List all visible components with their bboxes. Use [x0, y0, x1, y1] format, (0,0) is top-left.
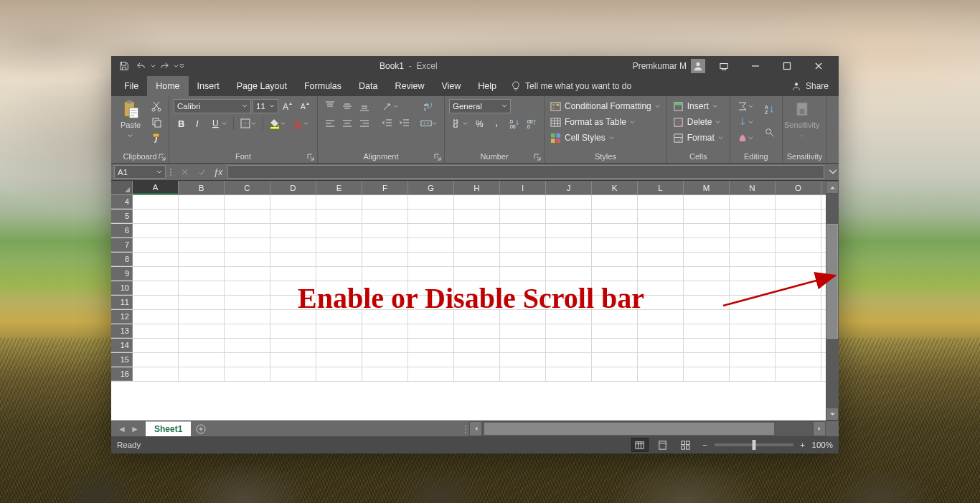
scroll-right-arrow[interactable] — [813, 421, 826, 436]
orientation-button[interactable] — [380, 99, 401, 113]
cell-J7[interactable] — [546, 238, 592, 252]
cell-D11[interactable] — [270, 296, 316, 309]
row-header-13[interactable]: 13 — [111, 324, 133, 338]
row-header-14[interactable]: 14 — [111, 339, 133, 352]
sheet-tab-active[interactable]: Sheet1 — [146, 421, 191, 436]
column-header-G[interactable]: G — [408, 181, 454, 194]
column-header-C[interactable]: C — [225, 181, 270, 194]
cell-B9[interactable] — [179, 267, 225, 281]
cell-E10[interactable] — [316, 281, 362, 295]
column-header-N[interactable]: N — [730, 181, 776, 194]
row-header-7[interactable]: 7 — [111, 238, 133, 252]
cell-N9[interactable] — [730, 267, 776, 281]
cell-A13[interactable] — [133, 324, 179, 338]
cell-M12[interactable] — [684, 310, 730, 324]
cell-J11[interactable] — [546, 296, 592, 309]
ribbon-display-options[interactable] — [708, 56, 740, 76]
cell-K14[interactable] — [592, 339, 638, 352]
cell-F6[interactable] — [362, 224, 408, 238]
zoom-level[interactable]: 100% — [812, 441, 833, 449]
tab-page-layout[interactable]: Page Layout — [228, 76, 296, 96]
hscroll-track[interactable] — [482, 421, 813, 436]
maximize-button[interactable] — [771, 56, 803, 76]
cell-E11[interactable] — [316, 296, 362, 309]
cell-O15[interactable] — [776, 353, 821, 367]
zoom-in[interactable]: + — [798, 441, 808, 449]
cell-C4[interactable] — [225, 195, 270, 209]
cell-F10[interactable] — [362, 281, 408, 295]
cell-M8[interactable] — [684, 253, 730, 266]
cell-N10[interactable] — [730, 281, 776, 295]
cell-A5[interactable] — [133, 210, 179, 223]
cell-H12[interactable] — [454, 310, 500, 324]
cell-N15[interactable] — [730, 353, 776, 367]
cell-I5[interactable] — [500, 210, 546, 223]
cell-B15[interactable] — [179, 353, 225, 367]
cell-G16[interactable] — [408, 367, 454, 381]
cell-I4[interactable] — [500, 195, 546, 209]
conditional-formatting[interactable]: Conditional Formatting — [549, 99, 662, 113]
cell-D7[interactable] — [270, 238, 316, 252]
column-header-D[interactable]: D — [270, 181, 316, 194]
align-middle[interactable] — [339, 99, 355, 113]
cell-A8[interactable] — [133, 253, 179, 266]
cell-A15[interactable] — [133, 353, 179, 367]
enter-formula[interactable] — [193, 164, 210, 180]
zoom-slider[interactable] — [715, 443, 793, 446]
cell-E13[interactable] — [316, 324, 362, 338]
align-left[interactable] — [322, 116, 338, 131]
cell-D10[interactable] — [270, 281, 316, 295]
percent-format[interactable]: % — [472, 116, 488, 131]
hscroll-splitter[interactable]: ⋮ — [462, 421, 469, 436]
cell-H13[interactable] — [454, 324, 500, 338]
cell-E16[interactable] — [316, 367, 362, 381]
cell-B14[interactable] — [179, 339, 225, 352]
cell-D6[interactable] — [270, 224, 316, 238]
cell-M11[interactable] — [684, 296, 730, 309]
cell-D8[interactable] — [270, 253, 316, 266]
format-cells[interactable]: Format — [672, 131, 725, 145]
cell-C5[interactable] — [225, 210, 270, 223]
decrease-font-size[interactable]: A — [297, 99, 313, 113]
cell-K11[interactable] — [592, 296, 638, 309]
cell-K7[interactable] — [592, 238, 638, 252]
cell-C6[interactable] — [225, 224, 270, 238]
increase-indent[interactable] — [397, 116, 413, 131]
cell-B16[interactable] — [179, 367, 225, 381]
cell-F14[interactable] — [362, 339, 408, 352]
cell-I12[interactable] — [500, 310, 546, 324]
paste-button[interactable]: Paste — [116, 99, 146, 141]
cell-N14[interactable] — [730, 339, 776, 352]
comma-format[interactable]: , — [489, 116, 505, 131]
column-header-K[interactable]: K — [592, 181, 638, 194]
delete-cells[interactable]: Delete — [672, 115, 725, 129]
row-header-12[interactable]: 12 — [111, 310, 133, 324]
cell-N8[interactable] — [730, 253, 776, 266]
new-sheet-button[interactable] — [191, 421, 211, 436]
scroll-left-arrow[interactable] — [469, 421, 482, 436]
cell-L13[interactable] — [638, 324, 684, 338]
align-center[interactable] — [339, 116, 355, 131]
cell-H10[interactable] — [454, 281, 500, 295]
cell-K12[interactable] — [592, 310, 638, 324]
cell-B12[interactable] — [179, 310, 225, 324]
undo-button[interactable] — [133, 58, 150, 74]
cell-N16[interactable] — [730, 367, 776, 381]
cell-D9[interactable] — [270, 267, 316, 281]
cell-K5[interactable] — [592, 210, 638, 223]
cell-G7[interactable] — [408, 238, 454, 252]
sheet-nav-prev[interactable]: ◄ — [116, 423, 128, 436]
cell-B5[interactable] — [179, 210, 225, 223]
cell-O8[interactable] — [776, 253, 821, 266]
cell-O9[interactable] — [776, 267, 821, 281]
cell-K13[interactable] — [592, 324, 638, 338]
underline-button[interactable]: U — [208, 116, 230, 131]
tab-review[interactable]: Review — [386, 76, 433, 96]
cell-B11[interactable] — [179, 296, 225, 309]
cell-O10[interactable] — [776, 281, 821, 295]
cell-A10[interactable] — [133, 281, 179, 295]
cell-E7[interactable] — [316, 238, 362, 252]
cell-I10[interactable] — [500, 281, 546, 295]
cell-O16[interactable] — [776, 367, 821, 381]
cell-F9[interactable] — [362, 267, 408, 281]
